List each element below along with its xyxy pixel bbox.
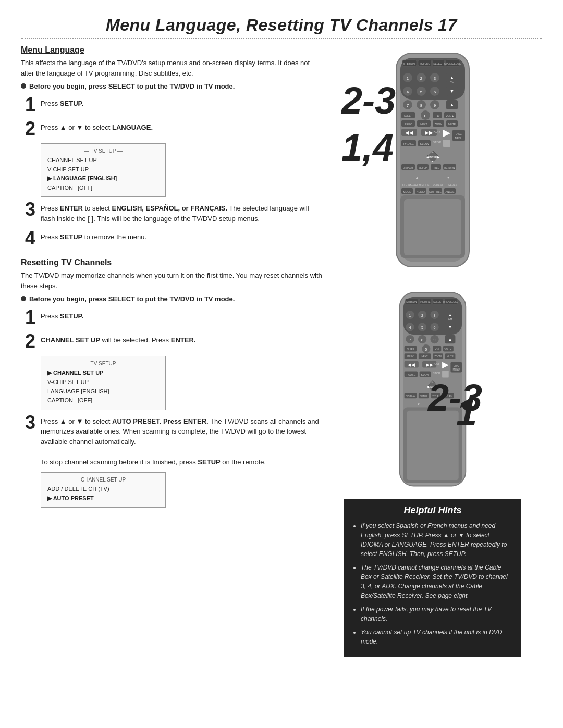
svg-text:4: 4	[407, 90, 409, 94]
svg-text:▲: ▲	[415, 176, 419, 179]
menu-language-description: This affects the language of the TV/DVD'…	[21, 58, 323, 78]
svg-text:STBY/ON: STBY/ON	[406, 301, 417, 303]
svg-text:AUDIO: AUDIO	[417, 190, 425, 193]
svg-text:STBY/ON: STBY/ON	[403, 62, 415, 65]
menu-lang-step-1: 1 Press SETUP.	[21, 95, 323, 114]
reset-step-1: 1 Press SETUP.	[21, 308, 323, 327]
top-step-label-14: 1,4	[341, 129, 394, 166]
hint-item-1: If you select Spanish or French menus an…	[361, 521, 513, 559]
resetting-tv-channels-section: Resetting TV Channels The TV/DVD may mem…	[21, 258, 323, 508]
bottom-step-label-1: 1	[456, 393, 477, 431]
svg-text:1: 1	[407, 76, 409, 81]
svg-text:6: 6	[434, 325, 436, 330]
svg-text:+10: +10	[435, 348, 439, 351]
svg-text:TITLE: TITLE	[432, 166, 439, 169]
prereq-text-2: Before you begin, press SELECT to put th…	[29, 295, 235, 303]
menu-lang-step-2: 2 Press ▲ or ▼ to select LANGUAGE.	[21, 119, 323, 138]
svg-text:▼: ▼	[450, 89, 455, 94]
svg-text:SLEEP: SLEEP	[407, 348, 414, 351]
svg-text:▲: ▲	[448, 337, 452, 342]
svg-text:MENU: MENU	[455, 137, 463, 140]
svg-text:REPEAT: REPEAT	[433, 183, 443, 187]
svg-text:+10: +10	[435, 114, 440, 117]
svg-text:ENTER: ENTER	[429, 156, 437, 159]
svg-text:SLOW: SLOW	[420, 142, 429, 145]
title-text: Menu Language, Resetting TV Channels	[106, 16, 433, 34]
svg-text:6: 6	[434, 90, 436, 94]
svg-text:PLAY: PLAY	[433, 130, 440, 133]
svg-text:▲: ▲	[450, 75, 455, 80]
helpful-hints-title: Helpful Hints	[352, 505, 513, 516]
svg-rect-182	[407, 411, 459, 480]
svg-text:▶▶: ▶▶	[426, 362, 433, 367]
svg-text:ZOOM: ZOOM	[434, 355, 442, 358]
resetting-description: The TV/DVD may memorize channels when yo…	[21, 270, 323, 291]
svg-rect-59	[443, 140, 450, 147]
svg-text:8: 8	[420, 103, 423, 108]
svg-text:REPEAT: REPEAT	[448, 183, 459, 187]
svg-text:3: 3	[434, 313, 436, 318]
svg-text:SETUP: SETUP	[419, 166, 427, 169]
svg-text:PREV: PREV	[405, 122, 412, 126]
screen-mockup-language: — TV SETUP — CHANNEL SET UP V-CHIP SET U…	[41, 143, 166, 197]
svg-text:PAUSE: PAUSE	[403, 142, 414, 145]
svg-text:DISPLAY: DISPLAY	[406, 395, 415, 398]
helpful-hints-box: Helpful Hints If you select Spanish or F…	[344, 499, 521, 657]
resetting-prereq: Before you begin, press SELECT to put th…	[21, 295, 323, 303]
svg-text:▶▶: ▶▶	[425, 130, 433, 135]
svg-text:MUTE: MUTE	[448, 122, 456, 126]
svg-text:DISC: DISC	[454, 365, 460, 367]
bullet-icon	[21, 83, 26, 89]
svg-text:DISPLAY: DISPLAY	[403, 166, 414, 169]
svg-text:SETUP: SETUP	[420, 395, 427, 398]
svg-text:DISC: DISC	[456, 132, 462, 135]
svg-text:◀◀: ◀◀	[405, 130, 413, 135]
svg-text:▲: ▲	[450, 102, 455, 107]
svg-text:OPEN/CLOSE: OPEN/CLOSE	[444, 62, 461, 65]
svg-text:0: 0	[425, 347, 427, 352]
bottom-remote-group: 2-3 1 STBY/ON PICTURE SELECT	[386, 290, 480, 488]
svg-text:NEXT: NEXT	[422, 355, 428, 358]
svg-text:PAUSE: PAUSE	[406, 373, 415, 376]
svg-text:7: 7	[409, 338, 411, 342]
hint-item-2: The TV/DVD cannot change channels at the…	[361, 563, 513, 600]
left-column: Menu Language This affects the language …	[21, 45, 323, 657]
helpful-hints-content: If you select Spanish or French menus an…	[352, 521, 513, 646]
svg-text:VOL ▲: VOL ▲	[446, 114, 454, 117]
svg-text:2: 2	[420, 76, 423, 81]
svg-text:◀◀: ◀◀	[408, 362, 415, 367]
hint-item-4: You cannot set up TV channels if the uni…	[361, 627, 513, 646]
svg-text:SELECT: SELECT	[433, 301, 443, 303]
prereq-text: Before you begin, press SELECT to put th…	[29, 82, 235, 90]
svg-text:▼: ▼	[448, 325, 452, 329]
reset-step-2: 2 CHANNEL SET UP will be selected. Press…	[21, 332, 323, 351]
svg-text:5: 5	[421, 325, 423, 330]
svg-text:OPEN/CLOSE: OPEN/CLOSE	[443, 301, 458, 303]
svg-text:STOP: STOP	[433, 141, 441, 144]
svg-text:4: 4	[409, 325, 411, 330]
svg-text:9: 9	[434, 103, 436, 108]
svg-text:SEARCH MODE: SEARCH MODE	[410, 183, 430, 187]
svg-text:▼: ▼	[417, 402, 420, 406]
svg-text:MENU: MENU	[453, 368, 460, 371]
svg-text:▲: ▲	[448, 313, 452, 317]
helpful-hints-list: If you select Spanish or French menus an…	[352, 521, 513, 646]
svg-text:MODE: MODE	[403, 190, 412, 193]
menu-language-title: Menu Language	[21, 45, 323, 55]
svg-text:0: 0	[424, 114, 427, 118]
svg-text:PLAY: PLAY	[433, 362, 440, 365]
svg-text:STOP: STOP	[433, 372, 440, 375]
screen-mockup-reset-2: — CHANNEL SET UP — ADD / DELETE CH (TV) …	[41, 472, 166, 508]
right-column: 2-3 1,4 STBY/ON PICTURE SELECT	[334, 45, 532, 657]
svg-text:PICTURE: PICTURE	[420, 301, 431, 303]
svg-text:SLOW: SLOW	[421, 373, 430, 376]
svg-text:PREV: PREV	[407, 355, 413, 358]
reset-step-3: 3 Press ▲ or ▼ to select AUTO PRESET. Pr…	[21, 413, 323, 467]
screen-mockup-reset-1: — TV SETUP — CHANNEL SET UP V-CHIP SET U…	[41, 356, 166, 410]
svg-rect-97	[404, 199, 461, 255]
menu-lang-step-3: 3 Press ENTER to select ENGLISH, ESPAÑOL…	[21, 200, 323, 224]
top-remote-group: 2-3 1,4 STBY/ON PICTURE SELECT	[386, 51, 480, 269]
svg-text:CH: CH	[448, 317, 452, 320]
svg-text:3: 3	[434, 76, 436, 81]
title-separator	[21, 38, 542, 39]
